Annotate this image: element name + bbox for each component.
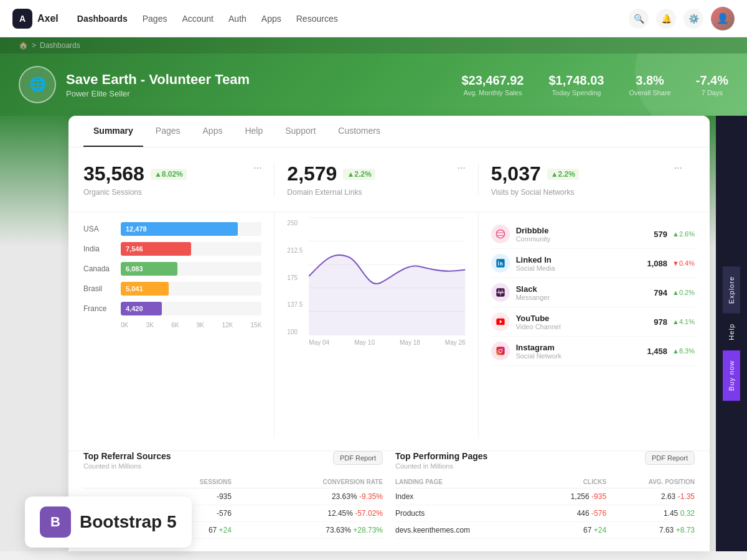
charts-row: USA 12,478 India 7,546 Canada <box>68 212 710 450</box>
bar-chart-col: USA 12,478 India 7,546 Canada <box>83 212 275 438</box>
top-navigation: A Axel Dashboards Pages Account Auth App… <box>0 0 747 37</box>
line-chart-col: 250 212.5 175 137.5 100 <box>287 212 478 438</box>
bar-row-france: France 4,420 <box>83 302 261 315</box>
tab-apps[interactable]: Apps <box>193 116 233 147</box>
buy-button[interactable]: Buy now <box>723 350 740 401</box>
pages-subtitle: Counted in Millions <box>395 462 487 470</box>
social-visits-pct: ▲2.2% <box>547 169 579 180</box>
domain-links-value: 2,579 ▲2.2% <box>287 162 375 185</box>
search-button[interactable]: 🔍 <box>629 9 649 29</box>
pages-pdf-btn[interactable]: PDF Report <box>645 451 695 465</box>
social-row-youtube: YouTube Video Channel 978 ▲4.1% <box>491 307 695 337</box>
logo-area[interactable]: A Axel <box>12 9 59 29</box>
organic-sessions-value: 35,568 ▲8.02% <box>83 162 187 185</box>
breadcrumb: 🏠 > Dashboards <box>0 37 747 54</box>
help-button[interactable]: Help <box>723 314 740 350</box>
organic-sessions-pct: ▲8.02% <box>151 169 187 180</box>
social-networks-col: Dribbble Community 579 ▲2.6% Linked In <box>491 212 695 438</box>
stat-label: Today Spending <box>549 89 604 96</box>
stat-label: 7 Days <box>696 89 728 96</box>
stat-value: 3.8% <box>629 73 670 88</box>
logo-icon: A <box>12 9 32 29</box>
nav-items: Dashboards Pages Account Auth Apps Resou… <box>77 14 338 24</box>
referral-subtitle: Counted in Millions <box>83 462 171 470</box>
social-visits-stat: 5,037 ▲2.2% ··· Visits by Social Network… <box>491 162 695 197</box>
tab-customers[interactable]: Customers <box>328 116 390 147</box>
social-visits-label: Visits by Social Networks <box>491 188 682 197</box>
bar-row-usa: USA 12,478 <box>83 222 261 236</box>
domain-links-stat: 2,579 ▲2.2% ··· Domain External Links <box>287 162 478 197</box>
domain-links-pct: ▲2.2% <box>343 169 375 180</box>
stat-7days: -7.4% 7 Days <box>696 73 728 96</box>
stat-overall-share: 3.8% Overall Share <box>629 73 670 96</box>
tab-support[interactable]: Support <box>275 116 326 147</box>
notifications-button[interactable]: 🔔 <box>656 9 676 29</box>
stat-value: $1,748.03 <box>549 73 604 88</box>
bar-row-canada: Canada 6,083 <box>83 262 261 276</box>
bar-row-india: India 7,546 <box>83 242 261 256</box>
organic-sessions-label: Organic Sessions <box>83 188 261 197</box>
bootstrap-label: Bootstrap 5 <box>80 512 177 532</box>
organic-sessions-more[interactable]: ··· <box>253 162 261 174</box>
stats-section: 35,568 ▲8.02% ··· Organic Sessions 2,579… <box>68 147 710 212</box>
nav-pages[interactable]: Pages <box>143 14 167 24</box>
user-avatar[interactable]: 👤 <box>711 7 735 30</box>
explore-button[interactable]: Explore <box>723 266 740 314</box>
social-row-slack: Slack Messanger 794 ▲0.2% <box>491 278 695 307</box>
breadcrumb-page: Dashboards <box>40 41 80 50</box>
domain-links-more[interactable]: ··· <box>457 162 465 174</box>
nav-auth[interactable]: Auth <box>228 14 247 24</box>
stat-monthly-sales: $23,467.92 Avg. Monthly Sales <box>461 73 524 96</box>
stat-value: $23,467.92 <box>461 73 524 88</box>
social-row-linkedin: Linked In Social Media 1,088 ▼0.4% <box>491 249 695 278</box>
table-row: Products 446 -576 1.45 0.32 <box>395 505 695 522</box>
svg-rect-16 <box>496 347 504 355</box>
referral-title: Top Referral Sources <box>83 451 171 461</box>
org-role: Power Elite Seller <box>66 89 461 98</box>
settings-button[interactable]: ⚙️ <box>684 9 703 29</box>
organic-sessions-stat: 35,568 ▲8.02% ··· Organic Sessions <box>83 162 275 197</box>
org-name: Save Earth - Volunteer Team <box>66 72 461 88</box>
table-row: devs.keenthemes.com 67 +24 7.63 +8.73 <box>395 522 695 539</box>
svg-point-18 <box>502 348 502 349</box>
tab-pages[interactable]: Pages <box>146 116 190 147</box>
pages-table-section: Top Performing Pages Counted in Millions… <box>395 451 695 539</box>
social-row-instagram: Instagram Social Network 1,458 ▲8.3% <box>491 337 695 366</box>
bootstrap-badge: B Bootstrap 5 <box>25 497 192 548</box>
nav-apps[interactable]: Apps <box>261 14 281 24</box>
pages-table: LANDING PAGE CLICKS AVG. POSITION Index … <box>395 476 695 539</box>
nav-account[interactable]: Account <box>182 14 214 24</box>
nav-resources[interactable]: Resources <box>296 14 338 24</box>
bar-row-brasil: Brasil 5,041 <box>83 282 261 296</box>
app-name: Axel <box>37 13 59 24</box>
tab-help[interactable]: Help <box>235 116 273 147</box>
home-icon: 🏠 <box>19 41 28 50</box>
org-info: Save Earth - Volunteer Team Power Elite … <box>66 72 461 98</box>
breadcrumb-separator: > <box>32 41 36 50</box>
referral-pdf-btn[interactable]: PDF Report <box>333 451 383 465</box>
bar-x-axis: 0K 3K 6K 9K 12K 15K <box>83 322 261 329</box>
tabs-bar: Summary Pages Apps Help Support Customer… <box>68 116 710 147</box>
bar-chart: USA 12,478 India 7,546 Canada <box>83 222 261 329</box>
page-header: 🌐 Save Earth - Volunteer Team Power Elit… <box>0 54 747 116</box>
nav-right: 🔍 🔔 ⚙️ 👤 <box>629 7 735 30</box>
tab-summary[interactable]: Summary <box>83 116 143 147</box>
green-header-wrapper: 🏠 > Dashboards 🌐 Save Earth - Volunteer … <box>0 37 747 116</box>
stat-value: -7.4% <box>696 73 728 88</box>
content-card: Summary Pages Apps Help Support Customer… <box>68 116 710 551</box>
org-logo: 🌐 <box>19 66 56 103</box>
stat-label: Avg. Monthly Sales <box>461 89 524 96</box>
header-stats: $23,467.92 Avg. Monthly Sales $1,748.03 … <box>461 73 728 96</box>
social-list: Dribbble Community 579 ▲2.6% Linked In <box>491 220 695 366</box>
right-sidebar: Explore Help Buy now <box>716 116 747 551</box>
social-visits-more[interactable]: ··· <box>674 162 682 174</box>
stat-today-spending: $1,748.03 Today Spending <box>549 73 604 96</box>
table-row: Index 1,256 -935 2.63 -1.35 <box>395 488 695 505</box>
nav-dashboards[interactable]: Dashboards <box>77 14 128 24</box>
svg-point-8 <box>498 261 499 261</box>
social-visits-value: 5,037 ▲2.2% <box>491 162 579 185</box>
line-chart-svg <box>309 217 465 335</box>
bootstrap-icon: B <box>40 506 71 538</box>
social-row-dribbble: Dribbble Community 579 ▲2.6% <box>491 220 695 249</box>
pages-title: Top Performing Pages <box>395 451 487 461</box>
